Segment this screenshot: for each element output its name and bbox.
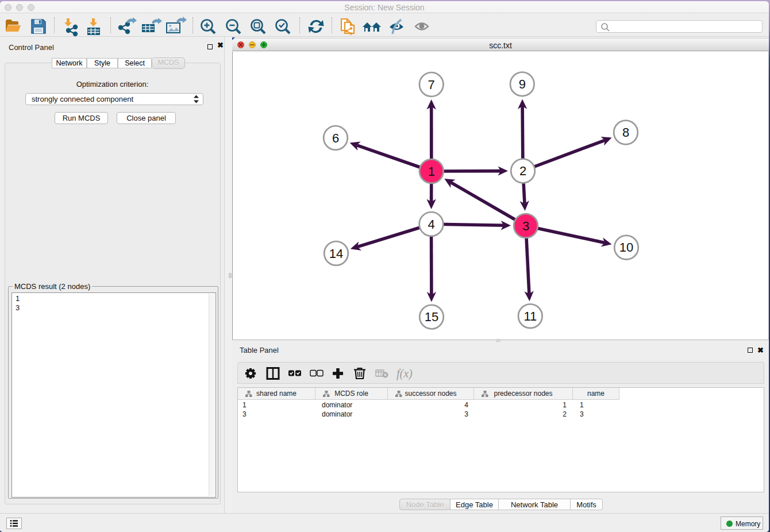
svg-text:6: 6 <box>332 131 339 145</box>
svg-text:3: 3 <box>522 219 529 233</box>
svg-text:10: 10 <box>619 240 633 255</box>
svg-text:11: 11 <box>523 309 537 323</box>
svg-text:7: 7 <box>428 78 435 92</box>
svg-text:4: 4 <box>428 217 434 232</box>
svg-text:14: 14 <box>329 246 343 261</box>
svg-text:1: 1 <box>428 164 435 179</box>
svg-text:2: 2 <box>519 164 526 178</box>
svg-text:9: 9 <box>519 77 526 91</box>
svg-text:8: 8 <box>622 125 629 140</box>
svg-text:f(x): f(x) <box>396 367 413 380</box>
svg-text:15: 15 <box>425 310 438 324</box>
